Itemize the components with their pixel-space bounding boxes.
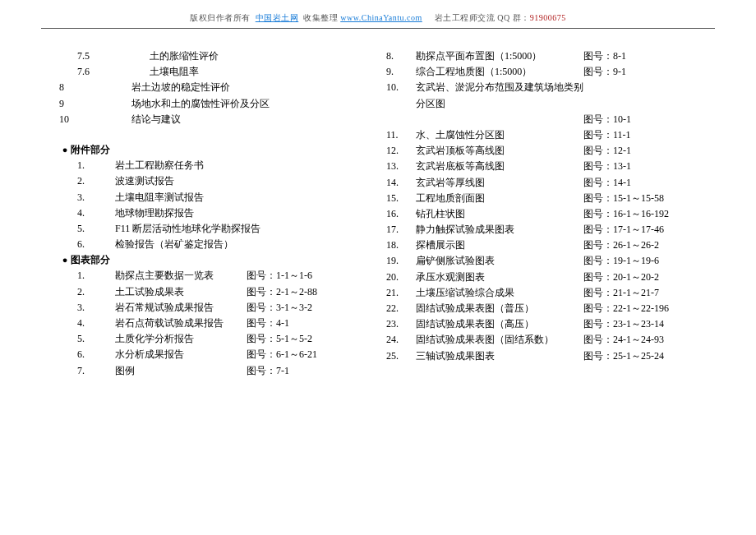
item-title: 玄武岩等厚线图 [416, 175, 583, 191]
list-item: 24.固结试验成果表图（固结系数）图号：24-1～24-93 [386, 332, 707, 348]
item-title: 图例 [115, 363, 247, 379]
copyright-text: 版权归作者所有 [190, 13, 251, 22]
figure-number: 图号：22-1～22-196 [583, 301, 707, 316]
figure-number: 图号：10-1 [583, 112, 707, 127]
item-number: 19. [386, 253, 416, 269]
item-number: 9 [59, 96, 131, 112]
figure-number: 图号：21-1～21-7 [583, 285, 707, 301]
item-title: 水分析成果报告 [115, 347, 247, 362]
item-title: 玄武岩底板等高线图 [416, 159, 583, 174]
figure-number: 图号：15-1～15-58 [583, 191, 707, 206]
item-number: 8. [386, 48, 416, 64]
attachments-list: 1.岩土工程勘察任务书2.波速测试报告3.土壤电阻率测试报告4.地球物理勘探报告… [59, 158, 370, 252]
item-title: 工程地质剖面图 [416, 191, 583, 206]
figure-number: 图号：25-1～25-24 [583, 348, 707, 364]
item-number: 6. [59, 237, 115, 252]
charts-list-right: 8.勘探点平面布置图（1:5000）图号：8-19.综合工程地质图（1:5000… [386, 48, 707, 364]
figure-number: 图号：7-1 [247, 363, 370, 379]
item-number: 5. [59, 221, 115, 237]
qq-group-number: 91900675 [530, 13, 566, 22]
item-number: 23. [386, 316, 416, 332]
item-number: 5. [59, 331, 115, 347]
item-title: 固结试验成果表图（高压） [416, 316, 583, 332]
list-item: 21.土壤压缩试验综合成果图号：21-1～21-7 [386, 285, 707, 301]
item-title: 承压水观测图表 [416, 270, 583, 285]
item-number: 13. [386, 159, 416, 174]
figure-number: 图号：26-1～26-2 [583, 238, 707, 253]
item-title: 场地水和土的腐蚀性评价及分区 [131, 96, 370, 112]
figure-number: 图号：13-1 [583, 159, 707, 174]
list-item: 7.图例图号：7-1 [59, 363, 370, 379]
list-item: 19.扁铲侧胀试验图表图号：19-1～19-6 [386, 253, 707, 269]
figure-number: 图号：16-1～16-192 [583, 206, 707, 222]
item-number: 12. [386, 143, 416, 159]
figure-number: 图号：24-1～24-93 [583, 332, 707, 348]
item-number: 9. [386, 64, 416, 80]
item-title: 岩土边坡的稳定性评价 [131, 80, 370, 95]
charts-heading: 图表部分 [71, 252, 110, 268]
list-item: 10结论与建议 [59, 112, 370, 127]
item-number: 6. [59, 347, 115, 362]
bullet-icon: ● [59, 253, 71, 268]
item-title: 土壤电阻率 [150, 64, 370, 80]
figure-number: 图号：11-1 [583, 127, 707, 143]
list-item: 15.工程地质剖面图图号：15-1～15-58 [386, 191, 707, 206]
item-number: 11. [386, 127, 416, 143]
item-title: 检验报告（岩矿鉴定报告） [115, 237, 370, 252]
item-number: 10. [386, 80, 416, 95]
list-item: 1.岩土工程勘察任务书 [59, 158, 370, 173]
document-page: 版权归作者所有 中国岩土网 收集整理 www.ChinaYantu.com 岩土… [0, 0, 756, 535]
item-title: 钻孔柱状图 [416, 206, 583, 222]
list-item: 22.固结试验成果表图（普压）图号：22-1～22-196 [386, 301, 707, 316]
list-item: 16.钻孔柱状图图号：16-1～16-192 [386, 206, 707, 222]
item-number: 18. [386, 238, 416, 253]
item-number: 21. [386, 285, 416, 301]
attachments-heading-row: ● 附件部分 [59, 142, 370, 158]
figure-number: 图号：9-1 [583, 64, 707, 80]
site-url-link[interactable]: www.ChinaYantu.com [340, 13, 422, 22]
item-number: 2. [59, 284, 115, 300]
item-title: 玄武岩顶板等高线图 [416, 143, 583, 159]
list-item: 4.岩石点荷载试验成果报告图号：4-1 [59, 316, 370, 331]
item-number: 16. [386, 206, 416, 222]
header-bar: 版权归作者所有 中国岩土网 收集整理 www.ChinaYantu.com 岩土… [41, 0, 715, 29]
item-title: F11 断层活动性地球化学勘探报告 [115, 221, 370, 237]
figure-number: 图号：5-1～5-2 [247, 331, 370, 347]
item-title: 水、土腐蚀性分区图 [416, 127, 583, 143]
item-title: 探槽展示图 [416, 238, 583, 253]
item-title: 静力触探试验成果图表 [416, 222, 583, 238]
list-item: 9.综合工程地质图（1:5000）图号：9-1 [386, 64, 707, 80]
item-title: 土的胀缩性评价 [150, 48, 370, 64]
item-title: 岩土工程勘察任务书 [115, 158, 370, 173]
list-item: 10.玄武岩、淤泥分布范围及建筑场地类别分区图 [386, 80, 707, 111]
item-title: 固结试验成果表图（普压） [416, 301, 583, 316]
charts-heading-row: ● 图表部分 [59, 252, 370, 268]
figure-number: 图号：2-1～2-88 [247, 284, 370, 300]
site-name-link[interactable]: 中国岩土网 [256, 13, 299, 22]
list-item: 13.玄武岩底板等高线图图号：13-1 [386, 159, 707, 174]
list-item: 6.水分析成果报告图号：6-1～6-21 [59, 347, 370, 362]
list-item: 18.探槽展示图图号：26-1～26-2 [386, 238, 707, 253]
initial-outline-block: 7.5土的胀缩性评价7.6土壤电阻率8岩土边坡的稳定性评价9场地水和土的腐蚀性评… [59, 48, 370, 127]
list-item: 23.固结试验成果表图（高压）图号：23-1～23-14 [386, 316, 707, 332]
item-title: 土工试验成果表 [115, 284, 247, 300]
item-title: 综合工程地质图（1:5000） [416, 64, 583, 80]
list-item: 11.水、土腐蚀性分区图图号：11-1 [386, 127, 707, 143]
item-title: 勘探点平面布置图（1:5000） [416, 48, 583, 64]
item-number: 22. [386, 301, 416, 316]
attachments-heading: 附件部分 [71, 142, 110, 158]
bullet-icon: ● [59, 143, 71, 158]
figure-number: 图号：1-1～1-6 [247, 268, 370, 284]
item-title: 土质化学分析报告 [115, 331, 247, 347]
item-number: 1. [59, 158, 115, 173]
list-item: 17.静力触探试验成果图表图号：17-1～17-46 [386, 222, 707, 238]
collect-text: 收集整理 [303, 13, 338, 22]
item-number: 25. [386, 348, 416, 364]
item-number: 7.5 [59, 48, 150, 64]
item-number: 24. [386, 332, 416, 348]
list-item: 20.承压水观测图表图号：20-1～20-2 [386, 270, 707, 285]
item-title: 土壤电阻率测试报告 [115, 190, 370, 205]
item-title: 三轴试验成果图表 [416, 348, 583, 364]
figure-number: 图号：19-1～19-6 [583, 253, 707, 269]
item-number: 17. [386, 222, 416, 238]
